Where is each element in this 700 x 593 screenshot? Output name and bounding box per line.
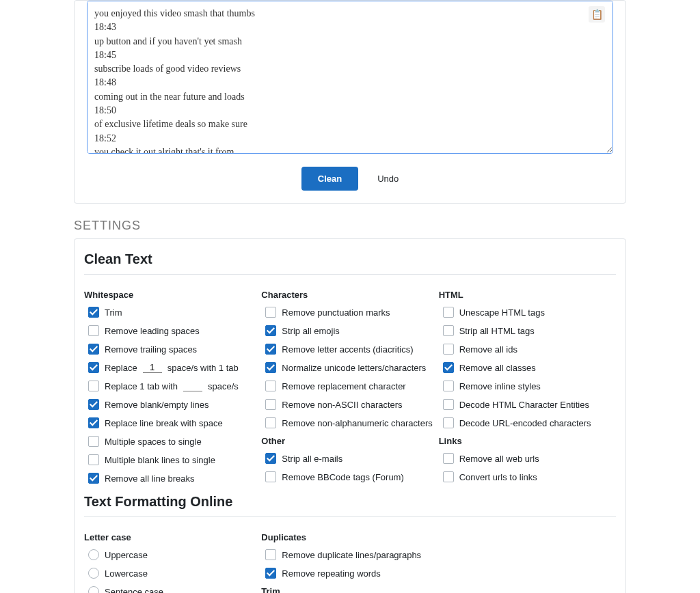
cb-ids[interactable]	[443, 344, 454, 355]
lbl-line-break-space[interactable]: Replace line break with space	[105, 418, 223, 428]
section-text-formatting: Text Formatting Online	[84, 494, 616, 510]
lbl-bbcode[interactable]: Remove BBCode tags (Forum)	[282, 472, 403, 482]
cb-replace-tab[interactable]	[88, 381, 99, 391]
lbl-punct[interactable]: Remove punctuation marks	[282, 307, 390, 318]
cb-nonalpha[interactable]	[265, 417, 276, 428]
lbl-uppercase[interactable]: Uppercase	[105, 550, 148, 560]
lbl-inline[interactable]: Remove inline styles	[459, 381, 541, 391]
lbl-trim[interactable]: Trim	[105, 307, 122, 318]
group-characters: Characters	[261, 290, 438, 300]
lbl-urlenc[interactable]: Decode URL-encoded characters	[459, 418, 591, 428]
lbl-entities[interactable]: Decode HTML Character Entities	[459, 400, 589, 410]
settings-heading: SETTINGS	[74, 219, 700, 233]
lbl-lowercase[interactable]: Lowercase	[105, 568, 148, 579]
cb-trailing[interactable]	[88, 344, 99, 355]
cb-emails[interactable]	[265, 453, 276, 464]
input-card: 📋 Clean Undo	[74, 0, 626, 204]
cb-unicode[interactable]	[265, 362, 276, 373]
clean-button[interactable]: Clean	[301, 167, 358, 191]
input-replace-tab-count[interactable]	[183, 381, 202, 391]
lbl-trailing[interactable]: Remove trailing spaces	[105, 344, 197, 355]
radio-sentence[interactable]	[88, 586, 99, 593]
cb-multi-spaces[interactable]	[88, 436, 99, 447]
group-html: HTML	[439, 290, 616, 300]
cb-emoji[interactable]	[265, 325, 276, 336]
group-other: Other	[261, 436, 438, 446]
paste-icon[interactable]: 📋	[589, 6, 605, 23]
cb-all-breaks[interactable]	[88, 473, 99, 484]
cb-classes[interactable]	[443, 362, 454, 373]
lbl-unicode[interactable]: Normalize unicode letters/characters	[282, 363, 426, 373]
lbl-remove-urls[interactable]: Remove all web urls	[459, 454, 539, 464]
lbl-emoji[interactable]: Strip all emojis	[282, 326, 340, 336]
group-duplicates: Duplicates	[261, 532, 438, 542]
lbl-sentence[interactable]: Sentence case	[105, 587, 163, 594]
cb-leading[interactable]	[88, 325, 99, 336]
lbl-dup-lines[interactable]: Remove duplicate lines/paragraphs	[282, 550, 421, 560]
cb-replacement[interactable]	[265, 381, 276, 391]
cb-dup-lines[interactable]	[265, 549, 276, 560]
cb-replace-spaces[interactable]	[88, 362, 99, 373]
lbl-ids[interactable]: Remove all ids	[459, 344, 517, 355]
main-textarea[interactable]	[87, 1, 613, 154]
lbl-dup-words[interactable]: Remove repeating words	[282, 568, 381, 579]
lbl-strip-html[interactable]: Strip all HTML tags	[459, 326, 535, 336]
cb-multi-blank[interactable]	[88, 454, 99, 465]
lbl-multi-blank[interactable]: Multiple blank lines to single	[105, 455, 215, 465]
settings-card: Clean Text Whitespace Trim Remove leadin…	[74, 238, 626, 593]
lbl-multi-spaces[interactable]: Multiple spaces to single	[105, 437, 202, 447]
radio-lowercase[interactable]	[88, 568, 99, 579]
lbl-nonascii[interactable]: Remove non-ASCII characters	[282, 400, 402, 410]
cb-urlenc[interactable]	[443, 417, 454, 428]
lbl-unescape[interactable]: Unescape HTML tags	[459, 307, 545, 318]
group-trim: Trim	[261, 586, 438, 593]
cb-trim[interactable]	[88, 307, 99, 318]
radio-uppercase[interactable]	[88, 549, 99, 560]
cb-inline[interactable]	[443, 381, 454, 391]
lbl-emails[interactable]: Strip all e-mails	[282, 454, 342, 464]
cb-accents[interactable]	[265, 344, 276, 355]
cb-blank-lines[interactable]	[88, 399, 99, 410]
cb-entities[interactable]	[443, 399, 454, 410]
cb-line-break-space[interactable]	[88, 417, 99, 428]
cb-remove-urls[interactable]	[443, 453, 454, 464]
cb-dup-words[interactable]	[265, 568, 276, 579]
undo-button[interactable]: Undo	[377, 174, 399, 184]
cb-unescape[interactable]	[443, 307, 454, 318]
lbl-nonalpha[interactable]: Remove non-alphanumeric characters	[282, 418, 432, 428]
section-clean-text: Clean Text	[84, 251, 616, 267]
lbl-accents[interactable]: Remove letter accents (diacritics)	[282, 344, 413, 355]
lbl-blank-lines[interactable]: Remove blank/empty lines	[105, 400, 208, 410]
cb-convert-urls[interactable]	[443, 471, 454, 482]
cb-nonascii[interactable]	[265, 399, 276, 410]
lbl-all-breaks[interactable]: Remove all line breaks	[105, 473, 195, 484]
lbl-replacement[interactable]: Remove replacement character	[282, 381, 405, 391]
group-letter-case: Letter case	[84, 532, 261, 542]
cb-bbcode[interactable]	[265, 471, 276, 482]
lbl-leading[interactable]: Remove leading spaces	[105, 326, 200, 336]
lbl-convert-urls[interactable]: Convert urls to links	[459, 472, 537, 482]
cb-punct[interactable]	[265, 307, 276, 318]
cb-strip-html[interactable]	[443, 325, 454, 336]
group-links: Links	[439, 436, 616, 446]
input-replace-spaces-count[interactable]	[143, 362, 162, 373]
lbl-classes[interactable]: Remove all classes	[459, 363, 536, 373]
group-whitespace: Whitespace	[84, 290, 261, 300]
